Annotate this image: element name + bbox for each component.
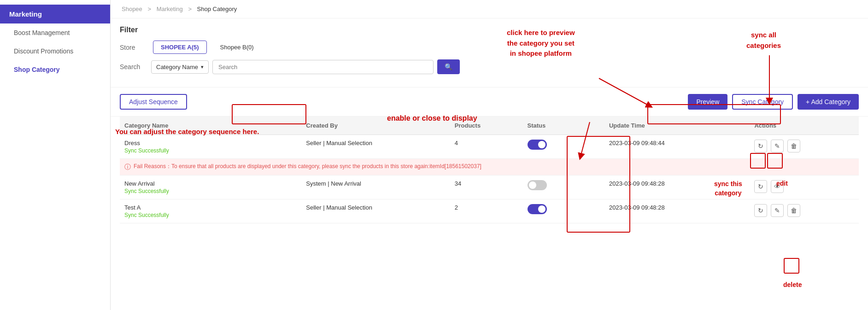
chevron-down-icon: ▾ [201, 64, 204, 70]
breadcrumb: Shopee > Marketing > Shop Category [111, 0, 868, 18]
dress-status-toggle[interactable] [528, 140, 547, 150]
test-a-products: 2 [450, 199, 523, 223]
search-filter-row: Search Category Name ▾ 🔍 [120, 59, 859, 74]
store-shopee-a-button[interactable]: SHOPEE A(5) [153, 41, 207, 54]
store-shopee-b-button[interactable]: Shopee B(0) [212, 41, 262, 54]
dress-edit-icon[interactable]: ✎ [771, 140, 784, 152]
dress-fail-reason-text: Fail Reasons：To ensure that all products… [134, 163, 481, 170]
breadcrumb-shopee[interactable]: Shopee [122, 6, 142, 12]
store-filter-row: Store SHOPEE A(5) Shopee B(0) [120, 41, 859, 54]
categories-table: Category Name Created By Products Status… [120, 117, 859, 223]
new-arrival-status-cell [523, 175, 604, 199]
new-arrival-name-cell: New Arrival Sync Successfully [120, 175, 301, 199]
new-arrival-name: New Arrival [124, 180, 297, 187]
sidebar-item-boost-management[interactable]: Boost Management [0, 23, 110, 42]
test-a-sync-icon[interactable]: ↻ [754, 204, 767, 217]
th-update-time: Update Time [604, 117, 750, 135]
new-arrival-preview-icon[interactable]: 👁 [771, 180, 784, 193]
sidebar-item-shop-category[interactable]: Shop Category [0, 60, 110, 79]
search-icon: 🔍 [445, 63, 452, 70]
test-a-update-time: 2023-03-09 09:48:28 [604, 199, 750, 223]
toolbar-right: Preview Sync Category + Add Category [688, 94, 859, 110]
add-category-button[interactable]: + Add Category [798, 94, 859, 110]
test-a-status-cell [523, 199, 604, 223]
new-arrival-update-time: 2023-03-09 09:48:28 [604, 175, 750, 199]
search-label: Search [120, 63, 147, 70]
sidebar-item-marketing[interactable]: Marketing [0, 5, 110, 23]
adjust-sequence-button[interactable]: Adjust Sequence [120, 94, 187, 110]
sidebar: Marketing Boost Management Discount Prom… [0, 0, 111, 310]
dress-name-cell: Dress Sync Successfully [120, 135, 301, 159]
test-a-edit-icon[interactable]: ✎ [771, 204, 784, 217]
toolbar-left: Adjust Sequence [120, 94, 187, 110]
th-products: Products [450, 117, 523, 135]
search-button[interactable]: 🔍 [437, 59, 460, 74]
th-category-name: Category Name [120, 117, 301, 135]
dress-actions: ↻ ✎ 🗑 [750, 135, 859, 159]
dress-delete-icon[interactable]: 🗑 [787, 140, 800, 152]
test-a-delete-icon[interactable]: 🗑 [787, 204, 800, 217]
toolbar: Adjust Sequence Preview Sync Category + … [111, 88, 868, 117]
test-a-created-by: Seller | Manual Selection [301, 199, 450, 223]
store-label: Store [120, 44, 147, 51]
dress-created-by: Seller | Manual Selection [301, 135, 450, 159]
new-arrival-sync-status: Sync Successfully [124, 188, 297, 194]
search-dropdown-label: Category Name [156, 64, 198, 70]
fail-icon: ⓘ [124, 163, 131, 171]
th-status: Status [523, 117, 604, 135]
preview-button[interactable]: Preview [688, 94, 727, 110]
breadcrumb-sep1: > [147, 6, 152, 12]
main-content: Shopee > Marketing > Shop Category Filte… [111, 0, 868, 310]
dress-fail-reason-cell: ⓘ Fail Reasons：To ensure that all produc… [120, 159, 859, 175]
th-actions: Actions [750, 117, 859, 135]
test-a-name-cell: Test A Sync Successfully [120, 199, 301, 223]
sync-category-button[interactable]: Sync Category [732, 94, 793, 110]
table-container: Category Name Created By Products Status… [111, 117, 868, 223]
new-arrival-created-by: System | New Arrival [301, 175, 450, 199]
dress-status-cell [523, 135, 604, 159]
new-arrival-products: 34 [450, 175, 523, 199]
dress-products: 4 [450, 135, 523, 159]
table-row: New Arrival Sync Successfully System | N… [120, 175, 859, 199]
dress-fail-reason-row: ⓘ Fail Reasons：To ensure that all produc… [120, 159, 859, 175]
dress-update-time: 2023-03-09 09:48:44 [604, 135, 750, 159]
breadcrumb-current: Shop Category [197, 6, 237, 12]
filter-title: Filter [120, 26, 859, 34]
table-header-row: Category Name Created By Products Status… [120, 117, 859, 135]
test-a-name: Test A [124, 204, 297, 211]
search-input[interactable] [212, 60, 434, 74]
test-a-sync-status: Sync Successfully [124, 212, 297, 218]
breadcrumb-sep2: > [188, 6, 193, 12]
search-type-dropdown[interactable]: Category Name ▾ [151, 60, 209, 74]
new-arrival-sync-icon[interactable]: ↻ [754, 180, 767, 193]
table-row: Dress Sync Successfully Seller | Manual … [120, 135, 859, 159]
th-created-by: Created By [301, 117, 450, 135]
new-arrival-status-toggle[interactable] [528, 180, 547, 190]
table-row: Test A Sync Successfully Seller | Manual… [120, 199, 859, 223]
breadcrumb-marketing[interactable]: Marketing [157, 6, 183, 12]
dress-sync-status: Sync Successfully [124, 147, 297, 154]
new-arrival-actions: ↻ 👁 [750, 175, 859, 199]
sidebar-item-discount-promotions[interactable]: Discount Promotions [0, 42, 110, 60]
test-a-status-toggle[interactable] [528, 204, 547, 214]
filter-section: Filter Store SHOPEE A(5) Shopee B(0) Sea… [111, 18, 868, 88]
dress-sync-icon[interactable]: ↻ [754, 140, 767, 152]
test-a-actions: ↻ ✎ 🗑 [750, 199, 859, 223]
dress-name: Dress [124, 140, 297, 146]
